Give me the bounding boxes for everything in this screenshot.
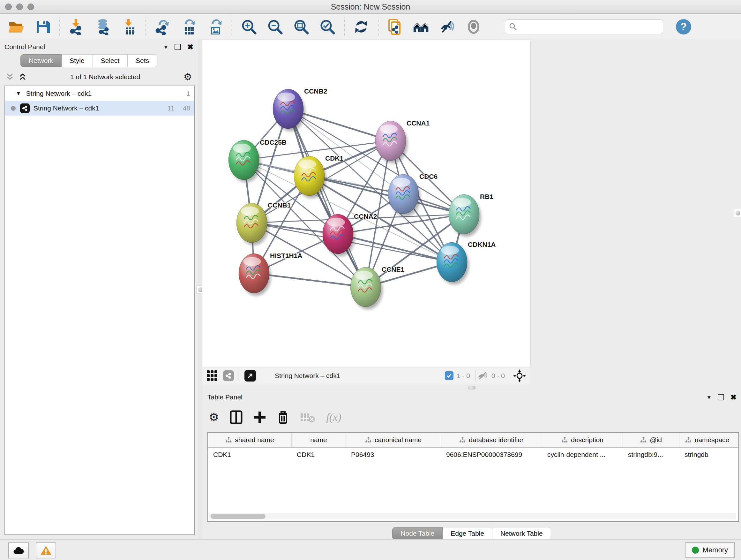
table-hscrollbar-thumb[interactable] <box>211 514 266 519</box>
memory-status-icon <box>692 547 699 554</box>
network-node-rb1[interactable]: RB1 <box>449 193 493 237</box>
panel-menu-icon[interactable]: ▾ <box>164 43 167 51</box>
zoom-in-icon[interactable] <box>241 18 257 35</box>
tab-node-table[interactable]: Node Table <box>392 527 443 540</box>
panel-menu-icon[interactable]: ▾ <box>708 393 711 401</box>
tab-style[interactable]: Style <box>62 54 93 67</box>
left-splitter[interactable] <box>198 40 202 540</box>
import-database-icon[interactable] <box>94 18 111 35</box>
network-status-dot <box>11 106 16 111</box>
network-badge-icon[interactable] <box>223 370 234 381</box>
network-node-cdc6[interactable]: CDC6 <box>388 173 437 216</box>
collection-caret-icon[interactable]: ▼ <box>16 91 21 97</box>
network-name: String Network – cdk1 <box>33 105 159 112</box>
tab-network[interactable]: Network <box>20 54 62 67</box>
table-tabs: Node TableEdge TableNetwork Table <box>202 527 741 540</box>
tab-network-table[interactable]: Network Table <box>492 527 551 540</box>
float-panel-icon[interactable] <box>718 394 724 400</box>
save-session-icon[interactable] <box>35 18 51 35</box>
network-node-hist1h1a[interactable]: HIST1H1A <box>239 252 302 296</box>
show-columns-icon[interactable] <box>230 410 243 424</box>
right-splitter[interactable] <box>733 40 741 390</box>
float-panel-icon[interactable] <box>175 44 181 50</box>
grid-view-icon[interactable] <box>207 370 217 381</box>
network-view-title: String Network – cdk1 <box>275 372 445 380</box>
column-header-canonical-name[interactable]: canonical name <box>346 433 441 447</box>
open-session-icon[interactable] <box>8 18 25 35</box>
expand-all-icon[interactable] <box>18 73 27 81</box>
cloud-button[interactable] <box>8 543 29 558</box>
control-panel-title: Control Panel <box>4 43 45 51</box>
refresh-icon[interactable] <box>353 18 369 35</box>
search-input[interactable] <box>517 23 656 31</box>
network-node-cdkn1a[interactable]: CDKN1A <box>436 241 496 285</box>
import-table-icon[interactable] <box>121 18 137 35</box>
column-header--id[interactable]: @id <box>623 433 679 447</box>
search-icon <box>509 23 517 31</box>
table-cell[interactable]: P06493 <box>346 448 441 462</box>
node-label-cdk1: CDK1 <box>325 154 343 162</box>
table-panel: Table Panel ▾ ✖ ⚙ f(x) shared namenameca… <box>202 390 741 540</box>
network-node-ccne1[interactable]: CCNE1 <box>350 266 405 309</box>
node-label-cdc25b: CDC25B <box>260 138 286 146</box>
birds-eye-view-icon[interactable] <box>513 369 526 382</box>
tab-edge-table[interactable]: Edge Table <box>443 527 492 540</box>
export-table-icon[interactable] <box>181 18 197 35</box>
function-builder-icon: f(x) <box>326 411 341 423</box>
table-row[interactable]: CDK1CDK1P064939606.ENSP00000378699cyclin… <box>208 448 738 462</box>
network-graph[interactable]: CCNB2CCNA1CDC25BCDK1CDC6RB1CCNB1CCNA2CDK… <box>202 40 530 367</box>
network-node-ccna1[interactable]: CCNA1 <box>375 119 430 163</box>
memory-button[interactable]: Memory <box>685 543 735 558</box>
status-bar: Memory <box>0 539 741 560</box>
table-cell[interactable]: cyclin-dependent ... <box>542 448 623 462</box>
network-overview-icon[interactable] <box>413 18 429 35</box>
warning-icon <box>40 545 52 556</box>
table-cell[interactable]: stringdb <box>679 448 735 462</box>
import-network-icon[interactable] <box>68 18 85 35</box>
edge-ccnb2-ccne1[interactable] <box>288 109 366 287</box>
network-canvas[interactable]: CCNB2CCNA1CDC25BCDK1CDC6RB1CCNB1CCNA2CDK… <box>202 40 531 367</box>
table-cell[interactable]: CDK1 <box>208 448 292 462</box>
delete-table-icon <box>300 412 315 423</box>
warnings-button[interactable] <box>36 543 56 558</box>
tab-select[interactable]: Select <box>93 54 128 67</box>
table-settings-icon[interactable]: ⚙ <box>209 412 219 423</box>
help-icon[interactable]: ? <box>676 19 691 35</box>
table-hscrollbar[interactable] <box>209 513 736 519</box>
export-image-icon[interactable] <box>207 18 223 35</box>
collapse-all-icon[interactable] <box>6 73 14 81</box>
table-cell[interactable]: 9606.ENSP00000378699 <box>441 448 542 462</box>
zoom-fit-icon[interactable] <box>293 18 310 35</box>
table-cell[interactable]: CDK1 <box>292 448 346 462</box>
add-column-icon[interactable] <box>253 411 266 424</box>
zoom-selected-icon[interactable] <box>319 18 336 35</box>
network-node-cdc25b[interactable]: CDC25B <box>228 138 286 182</box>
right-area: CCNB2CCNA1CDC25BCDK1CDC6RB1CCNB1CCNA2CDK… <box>202 40 741 540</box>
zoom-out-icon[interactable] <box>267 18 283 35</box>
column-header-namespace[interactable]: namespace <box>679 433 735 447</box>
column-header-description[interactable]: description <box>542 433 623 447</box>
detach-view-icon[interactable] <box>245 370 256 381</box>
show-all-icon[interactable] <box>465 18 482 35</box>
export-network-icon[interactable] <box>154 18 171 35</box>
bottom-splitter-handle[interactable] <box>468 386 475 389</box>
tab-sets[interactable]: Sets <box>128 54 157 67</box>
column-header-database-identifier[interactable]: database identifier <box>441 433 542 447</box>
network-row[interactable]: String Network – cdk1 11 48 <box>5 101 194 116</box>
table-cell[interactable]: stringdb:9... <box>623 448 679 462</box>
selected-node-edge-counts: 1 - 0 <box>457 372 470 380</box>
network-collection-row[interactable]: ▼ String Network – cdk1 1 <box>5 86 194 101</box>
search-field[interactable] <box>505 19 663 34</box>
gear-icon[interactable]: ⚙ <box>184 72 192 82</box>
delete-column-icon[interactable] <box>277 410 289 424</box>
hide-selected-icon[interactable] <box>439 18 456 35</box>
close-panel-icon[interactable]: ✖ <box>731 393 737 401</box>
collection-name: String Network – cdk1 <box>26 90 178 98</box>
selected-checkbox-icon[interactable] <box>445 371 454 380</box>
column-header-shared-name[interactable]: shared name <box>208 433 292 447</box>
right-splitter-handle[interactable] <box>734 209 741 217</box>
column-header-name[interactable]: name <box>292 433 346 447</box>
network-node-ccnb2[interactable]: CCNB2 <box>273 87 327 131</box>
clone-network-icon[interactable] <box>387 18 403 35</box>
close-panel-icon[interactable]: ✖ <box>187 43 193 51</box>
